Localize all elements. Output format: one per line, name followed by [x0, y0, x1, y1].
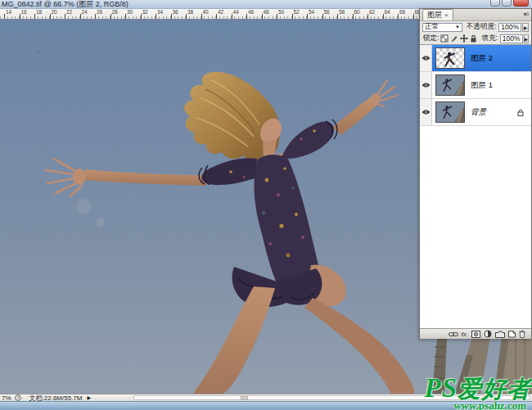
panel-menu-icon[interactable]: ▾≡: [523, 11, 529, 18]
blend-mode-value: 正常: [425, 22, 439, 32]
ruler-tick-label: 62: [369, 9, 375, 15]
ruler-tick-label: 28: [112, 9, 118, 15]
ruler-major-tick: [262, 14, 263, 19]
blend-mode-row: 正常 ▼ 不透明度: 100% ▶: [420, 21, 531, 33]
layer-name[interactable]: 背景: [471, 107, 486, 118]
ruler-major-tick: [413, 14, 414, 19]
layer-thumbnail[interactable]: [435, 101, 465, 123]
ruler-tick-label: 32: [142, 9, 148, 15]
layer-row-layer2[interactable]: 图层 2: [420, 45, 531, 72]
ruler-major-tick: [232, 14, 232, 19]
ruler-major-tick: [367, 14, 368, 19]
lock-position-icon[interactable]: [460, 34, 468, 43]
layer-list: 图层 2: [420, 44, 531, 328]
lock-image-pixels-icon[interactable]: [450, 34, 458, 43]
maximize-button[interactable]: [502, 0, 512, 7]
add-layer-mask-icon[interactable]: [471, 331, 480, 338]
fill-label: 填充:: [481, 34, 497, 43]
ruler-tick-label: 42: [218, 9, 223, 15]
photoshop-window: MG_0842.tif @ 66.7% (图层 2, RGB/8) 141618…: [0, 0, 532, 410]
ruler-tick-label: 58: [339, 9, 345, 15]
ruler-tick-label: 38: [187, 9, 193, 15]
ruler-major-tick: [20, 14, 20, 19]
ruler-tick-label: 52: [294, 9, 300, 15]
window-bottom-edge: [0, 401, 532, 410]
layers-panel-bottom-bar: fx.: [420, 328, 531, 339]
ruler-major-tick: [4, 14, 5, 19]
status-menu-arrow-icon[interactable]: ▶: [87, 394, 91, 401]
ruler-tick-label: 36: [173, 9, 178, 15]
ruler-tick-label: 16: [21, 9, 27, 15]
opacity-slider-arrow-icon[interactable]: ▶: [522, 23, 529, 32]
layer-thumbnail[interactable]: [435, 74, 465, 96]
close-button[interactable]: [513, 0, 529, 7]
status-scroll-track[interactable]: [133, 395, 530, 400]
ruler-major-tick: [383, 14, 384, 19]
ruler-tick-label: 50: [278, 9, 284, 15]
opacity-input[interactable]: 100%: [498, 23, 521, 32]
ruler-major-tick: [322, 14, 323, 19]
visibility-toggle[interactable]: [420, 72, 432, 98]
layer-lock-icon: [517, 109, 524, 116]
blend-mode-select[interactable]: 正常 ▼: [422, 23, 462, 32]
ruler-major-tick: [34, 14, 35, 19]
ruler-major-tick: [186, 14, 187, 19]
lock-label: 锁定:: [423, 34, 439, 43]
fill-value: 100%: [503, 34, 521, 43]
layer-style-fx-icon[interactable]: fx.: [462, 331, 468, 338]
link-layers-icon[interactable]: [449, 331, 458, 338]
layers-panel: 图层 × ▾≡ 正常 ▼ 不透明度: 100% ▶ 锁定:: [419, 8, 532, 339]
layer-name[interactable]: 图层 1: [471, 80, 493, 91]
delete-layer-icon[interactable]: [519, 330, 525, 338]
ruler-tick-label: 54: [309, 9, 314, 15]
ruler-major-tick: [353, 14, 354, 19]
ruler-tick-label: 34: [157, 9, 163, 15]
eye-icon: [422, 82, 431, 88]
lock-all-icon[interactable]: [470, 34, 477, 43]
status-scroll-thumb[interactable]: [241, 396, 248, 399]
tab-layers-label: 图层: [427, 10, 442, 20]
fill-input[interactable]: 100%: [500, 34, 523, 43]
ruler-major-tick: [277, 14, 277, 19]
ruler-tick-label: 22: [66, 9, 72, 15]
fill-slider-arrow-icon[interactable]: ▶: [524, 34, 530, 43]
ruler-tick-label: 48: [264, 9, 269, 15]
document-title: MG_0842.tif @ 66.7% (图层 2, RGB/8): [2, 0, 128, 9]
minimize-button[interactable]: [490, 0, 500, 7]
ruler-major-tick: [216, 14, 217, 19]
layer-row-background[interactable]: 背景: [420, 99, 531, 126]
ruler-major-tick: [156, 14, 156, 19]
layer-name[interactable]: 图层 2: [471, 53, 493, 64]
ruler-major-tick: [80, 14, 81, 19]
panel-tab-bar: 图层 × ▾≡: [420, 9, 531, 21]
opacity-value: 100%: [501, 23, 519, 31]
ruler-major-tick: [95, 14, 96, 19]
ruler-major-tick: [65, 14, 65, 19]
tab-layers[interactable]: 图层 ×: [422, 9, 453, 20]
ruler-tick-label: 66: [399, 9, 405, 15]
layer-row-layer1[interactable]: 图层 1: [420, 72, 531, 99]
ruler-major-tick: [141, 14, 142, 19]
chevron-down-icon: ▼: [455, 25, 460, 29]
ruler-major-tick: [125, 14, 126, 19]
eye-icon: [422, 109, 431, 115]
tab-close-icon[interactable]: ×: [444, 12, 449, 19]
new-group-icon[interactable]: [495, 331, 505, 338]
status-bar: 7% 文档:22.6M/55.7M ▶: [0, 394, 532, 401]
visibility-toggle[interactable]: [420, 45, 432, 71]
ruler-tick-label: 56: [324, 9, 330, 15]
ruler-tick-label: 44: [233, 9, 239, 15]
ruler-tick-label: 40: [203, 9, 209, 15]
new-layer-icon[interactable]: [508, 331, 516, 338]
ruler-major-tick: [398, 14, 399, 19]
lock-row: 锁定: 填充: 100%: [420, 33, 531, 44]
layer-thumbnail[interactable]: [435, 47, 465, 69]
ruler-major-tick: [307, 14, 308, 19]
window-controls: [490, 0, 529, 7]
visibility-toggle[interactable]: [420, 99, 432, 125]
new-adjustment-layer-icon[interactable]: [484, 330, 492, 338]
ruler-tick-label: 24: [82, 9, 88, 15]
ruler-major-tick: [292, 14, 293, 19]
ruler-tick-label: 18: [36, 9, 42, 15]
lock-transparent-pixels-icon[interactable]: [440, 34, 449, 43]
